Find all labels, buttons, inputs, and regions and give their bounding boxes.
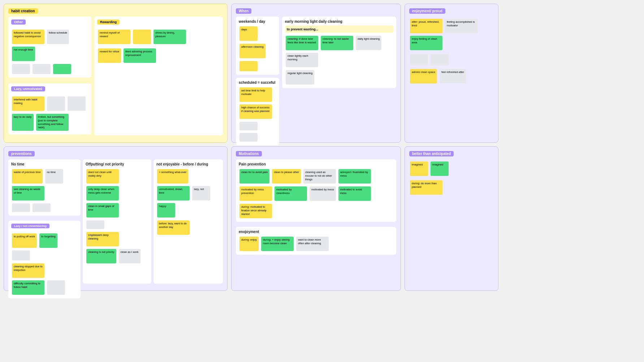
sticky-note: during: enjoy (239, 237, 259, 251)
habit-creation-title: habit creation (8, 8, 38, 14)
sticky-note (47, 96, 65, 111)
sticky-note (431, 54, 449, 65)
when-title: When (236, 8, 251, 14)
sticky-note: cleaning: if done later feels like time … (286, 36, 318, 50)
sticky-note: feel refreshed after (440, 69, 466, 83)
sticky-note: followed habit to avoid negative consequ… (12, 30, 44, 44)
sticky-note: not enough time (12, 47, 35, 61)
no-time-section: No time waste of precious time no time s… (8, 159, 81, 216)
sticky-note: clean as I work (119, 249, 141, 263)
lazy-section: Lazy, unmotivated interfered with habit … (8, 83, 91, 134)
sticky-note: afternoon cleaning (239, 44, 265, 58)
sticky-note: during: motivated to finalize since alre… (239, 204, 272, 218)
scheduled-title: scheduled = succeful (239, 81, 276, 85)
sticky-note (12, 64, 30, 74)
when-board: When weekends / day days afternoon clean… (231, 4, 401, 143)
sticky-note (47, 280, 65, 295)
sticky-note: after: proud, refreshed, tired (410, 19, 442, 33)
motivations-board: Motivations Pain prevention clean for to… (231, 146, 401, 291)
preventions-board: preventions No time waste of precious ti… (4, 146, 228, 291)
sticky-note: lazy, not (192, 186, 210, 201)
rewarding-title: Rewarding (97, 20, 120, 25)
other-section: Other followed habit to avoid negative c… (8, 17, 91, 78)
sticky-note: want to clean more often after cleaning (296, 237, 329, 251)
sticky-note: interfered with habit making (12, 96, 44, 111)
sticky-note (239, 61, 258, 71)
sticky-note: follow schedule (47, 30, 69, 44)
sticky-note: does not clean until visibly dirty (86, 169, 119, 184)
offputting-title: Offputting/ not priority (86, 162, 148, 166)
sticky-note: clean to please other (272, 169, 301, 184)
sticky-note: Unpleasant deep cleaning (86, 232, 119, 246)
sticky-note: clean lightly each morning (286, 53, 318, 67)
sticky-note: drives by timing, pleasure (154, 30, 186, 44)
other-title: Other (11, 20, 26, 25)
sticky-note: set time limit to help motivate (239, 87, 272, 102)
scheduled-section: scheduled = succeful set time limit to h… (236, 78, 279, 145)
not-enjoyable-title: not enjoyable - before / during (156, 162, 220, 166)
sticky-note: liked admiring process improvement (124, 48, 156, 63)
sticky-note: only deep clean when mess gets extreme (86, 186, 119, 201)
offputting-section: Offputting/ not priority does not clean … (83, 159, 151, 284)
weekends-title: weekends / day (239, 20, 276, 23)
preventions-title: preventions (8, 151, 35, 156)
sticky-note: unmotivated, dread, tired (157, 186, 190, 201)
lazy-remember-title: Lazy / not remembering (11, 224, 49, 228)
sticky-note: motivated by mess (310, 186, 336, 201)
sticky-note: imagined (410, 161, 428, 176)
sticky-note: happy (157, 203, 175, 217)
sticky-note (12, 203, 30, 212)
sticky-note: cleaning is not priority (86, 249, 116, 263)
sticky-note: cleaning stopped due to intepotion (12, 263, 44, 278)
better-title: better than anticipated (409, 151, 454, 156)
sticky-note: cleaning: to not waste time later (321, 36, 353, 50)
sticky-note: imagined (431, 161, 449, 176)
sticky-note: high chance of success if cleaning was p… (239, 104, 272, 119)
sticky-note: to putting off work (12, 233, 37, 248)
sticky-note: motivated by cleanliness (275, 186, 307, 201)
pain-prevention-section: Pain prevention clean for to avoid pain … (236, 159, 396, 222)
sticky-note: motivated to avoid mess (338, 186, 371, 201)
sticky-note: regular light cleaning (286, 70, 314, 85)
sticky-note: to forgetting (39, 233, 57, 248)
enjoyment-title: enjoyment/ proud (409, 8, 445, 14)
sticky-note: enjoy feeling of clean area (410, 36, 442, 50)
sticky-note: during: + enjoy seeing room become clean (261, 237, 294, 251)
sticky-note: clean in small gaps of time (86, 203, 119, 217)
sticky-note (133, 30, 151, 44)
sticky-note: = something what-over (157, 169, 188, 184)
early-morning-section: early morning light daily cleaning to pr… (282, 17, 396, 88)
sticky-note (239, 122, 258, 130)
sticky-note: no time (45, 169, 63, 184)
sticky-note: daily light cleaning (356, 36, 381, 50)
lazy-title: Lazy, unmotivated (11, 86, 45, 91)
better-board: better than anticipated imagined imagine… (405, 146, 498, 291)
enjoyment-motiv-section: enojoyment during: enjoy during: + enjoy… (236, 227, 396, 255)
sticky-note: waste of precious time (12, 169, 43, 184)
sticky-note: admire clean space (410, 69, 437, 83)
sticky-note (33, 64, 51, 74)
lazy-remember-section: Lazy / not remembering to putting off wo… (8, 221, 81, 298)
sticky-note (53, 64, 71, 74)
main-canvas: habit creation Other followed habit to a… (4, 4, 640, 291)
rewarding-section: Rewarding remind myself of reward drives… (94, 17, 223, 135)
sticky-note (68, 96, 86, 111)
sticky-note: before: lazy, want to do another day (157, 220, 190, 235)
sticky-note: reward for virtue (98, 48, 121, 63)
sticky-note (86, 220, 104, 229)
sticky-note (410, 54, 428, 65)
not-enjoyable-section: not enjoyable - before / during = someth… (154, 159, 223, 284)
enjoyment-motiv-title: enojoyment (239, 230, 393, 234)
sticky-note: thrilled, but something (just to complet… (36, 114, 69, 131)
sticky-note: cleaning used as excuse to not do other … (303, 169, 336, 184)
sticky-note: during: do more than planned (410, 180, 442, 195)
sticky-note (239, 133, 258, 142)
motivations-title: Motivations (236, 151, 262, 156)
sticky-note: feeling accomplished is motivator (445, 19, 477, 33)
sticky-note: remind myself of reward (98, 30, 130, 44)
prevent-wasting-text: to prevent wasting... (287, 27, 318, 31)
sticky-note: lazy to do daily (12, 114, 34, 131)
pain-prevention-title: Pain prevention (239, 162, 393, 166)
sticky-note: motivated by mess prevention (239, 186, 272, 201)
sticky-note: annoyed / frustrated by mess (338, 169, 371, 184)
